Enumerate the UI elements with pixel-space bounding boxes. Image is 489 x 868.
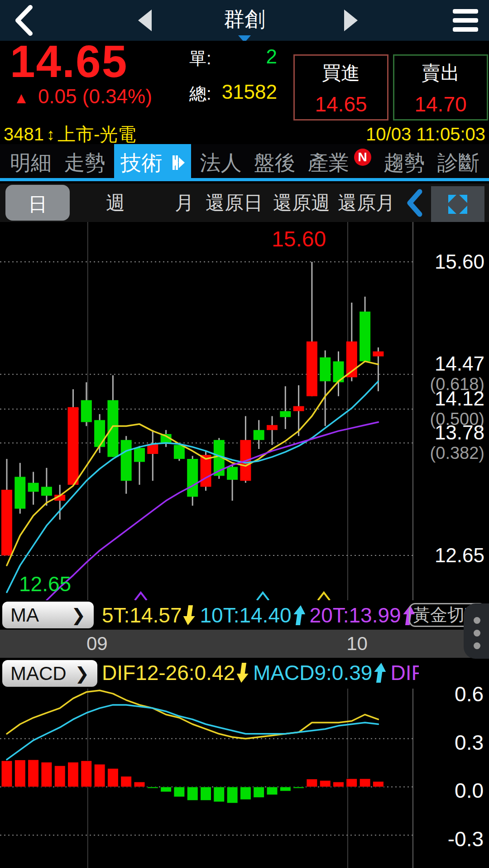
high-price-marker: 15.60: [272, 227, 326, 251]
candle: [293, 385, 304, 436]
change-percent: (0.34%): [82, 85, 152, 107]
tab-label: 產業: [308, 146, 350, 180]
macd-histogram-bar: [94, 764, 105, 787]
indicator-label: DIF12-26:0.42: [102, 661, 235, 685]
macd-histogram-bar: [307, 779, 317, 787]
price-axis-label: 15.60: [435, 251, 484, 272]
tab-technical[interactable]: 技術: [114, 144, 191, 181]
macd-histogram-bar: [161, 787, 172, 792]
tab-industry[interactable]: 產業N: [304, 144, 375, 181]
indicator-settings-icon: [166, 154, 185, 171]
indicator-value: DIF12-26:0.42: [102, 661, 249, 685]
macd-axis-label: -0.3: [448, 828, 484, 850]
scroll-dot-icon: [474, 630, 480, 637]
indicator-label: 20T:13.99: [310, 603, 401, 627]
candle: [107, 375, 118, 457]
tab-label: 明細: [10, 146, 52, 180]
ma-bottom-caret-icon: [257, 593, 268, 600]
macd-histogram-bar: [174, 787, 185, 797]
macd-histogram-bar: [333, 782, 344, 787]
candle-body: [94, 420, 105, 447]
macd-histogram-bar: [54, 766, 65, 787]
ma-selector-button[interactable]: MA ❯: [2, 602, 94, 628]
back-button[interactable]: [8, 4, 40, 37]
indicator-value: 5T:14.57: [102, 603, 195, 627]
arrow-shape: [373, 663, 387, 683]
market-category: 上市-光電: [58, 125, 136, 144]
candle-body: [107, 400, 118, 457]
macd-button-label: MACD: [10, 663, 67, 685]
candle-body: [121, 440, 132, 481]
macd-histogram-bar: [81, 761, 92, 787]
indicator-value: MACD9:0.39: [253, 661, 386, 685]
candle-body: [360, 312, 370, 362]
macd-histogram-bar: [68, 762, 79, 787]
period-tab-adj-month[interactable]: 還原月: [337, 183, 396, 222]
macd-values: DIF12-26:0.42MACD9:0.39DIF-M: [102, 658, 419, 687]
period-tab-adj-week[interactable]: 還原週: [272, 183, 331, 222]
tab-afterhours[interactable]: 盤後: [250, 144, 299, 181]
price-chart-canvas: [0, 222, 489, 600]
macd-histogram-bar: [187, 787, 198, 800]
candle-body: [307, 342, 317, 396]
macd-selector-button[interactable]: MACD ❯: [2, 660, 97, 687]
page-title: 群創: [224, 7, 265, 31]
macd-histogram-bar: [214, 787, 225, 802]
sell-button[interactable]: 賣出 14.70: [393, 54, 488, 121]
panel-scroll-handle[interactable]: [464, 603, 489, 659]
indicator-value: 10T:14.40: [200, 603, 305, 627]
stock-title-dropdown[interactable]: 群創: [190, 0, 299, 41]
candle-body: [28, 483, 39, 492]
price-axis-label: 14.47: [435, 353, 484, 374]
menu-bar: [453, 9, 478, 14]
candle-body: [227, 467, 238, 480]
news-badge: N: [354, 149, 371, 166]
tab-detail[interactable]: 明細: [6, 144, 55, 181]
indicator-value: 20T:13.99: [310, 603, 415, 627]
stock-app-screen: 群創 14.65 ▲ 0.05 (0.34%) 單: 2 總: 31582 買進…: [0, 0, 489, 868]
macd-histogram-bar: [373, 781, 384, 787]
next-stock-button[interactable]: [337, 8, 364, 33]
candlestick-chart[interactable]: 15.6014.47(0.618)14.12(0.500)13.78(0.382…: [0, 222, 489, 600]
fullscreen-button[interactable]: [431, 186, 484, 222]
dif-line: [7, 690, 378, 739]
chevron-right-icon: ❯: [71, 605, 86, 625]
candle-body: [373, 352, 384, 357]
macd-chart[interactable]: 0.60.30.0-0.3: [0, 689, 489, 868]
indicator-label: 10T:14.40: [200, 603, 291, 627]
tab-diagnosis[interactable]: 診斷: [434, 144, 483, 181]
price-change: ▲ 0.05 (0.34%): [14, 85, 152, 108]
tab-momentum[interactable]: 趨勢: [380, 144, 429, 181]
tab-label: 技術: [120, 146, 162, 180]
candle: [307, 262, 317, 396]
hamburger-menu-button[interactable]: [451, 6, 480, 34]
candle: [320, 350, 331, 426]
candle-body: [68, 407, 79, 485]
macd-histogram-bar: [227, 787, 238, 803]
tab-trend[interactable]: 走勢: [60, 144, 109, 181]
candle-body: [187, 459, 198, 497]
period-tab-adj-day[interactable]: 還原日: [205, 183, 264, 222]
period-tab-day[interactable]: 日: [5, 185, 70, 221]
chevron-right-icon: ❯: [75, 664, 89, 684]
macd-histogram-bar: [28, 760, 39, 787]
prev-stock-button[interactable]: [131, 8, 158, 33]
period-tab-week[interactable]: 週: [86, 183, 145, 222]
macd-histogram-bar: [121, 776, 132, 787]
indicator-value: DIF-M: [390, 661, 419, 685]
prev-triangle-icon: [138, 10, 152, 31]
macd-histogram-bar: [360, 779, 370, 787]
price-axis-label: 12.65: [435, 545, 484, 566]
ma-bottom-caret-icon: [135, 593, 147, 600]
up-triangle-icon: ▲: [14, 89, 29, 106]
candle: [240, 416, 251, 482]
candle-body: [267, 425, 278, 430]
buy-button[interactable]: 買進 14.65: [293, 54, 388, 121]
collapse-panel-button[interactable]: [404, 189, 424, 217]
tab-institutional[interactable]: 法人: [196, 144, 245, 181]
price-axis-label: 14.12: [435, 388, 484, 409]
trend-up-arrow-icon: [373, 663, 387, 683]
buy-label: 買進: [295, 60, 387, 86]
candle-body: [81, 400, 92, 422]
candle-body: [174, 445, 185, 459]
